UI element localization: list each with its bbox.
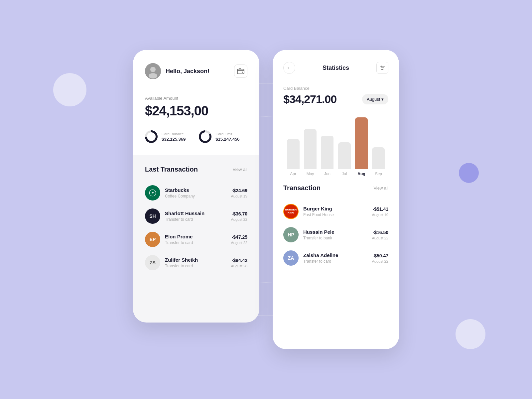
bar-jul (338, 142, 351, 169)
transaction-item: ZA Zaisha Adeline Transfer to card -$50.… (283, 246, 388, 270)
starbucks-name: Starbucks (165, 187, 226, 193)
svg-point-11 (381, 66, 382, 67)
bar-label-jun: Jun (324, 172, 331, 176)
user-info: Hello, Jackson! (145, 63, 209, 79)
sh-date: August 22 (231, 217, 247, 221)
bk-info: Burger King Fast Food House (303, 206, 367, 217)
right-transaction-header: Transaction View all (283, 184, 388, 192)
card-balance-stat: Card Balance $32,125,369 (145, 130, 186, 143)
bg-circle-right-top (459, 163, 479, 183)
back-button[interactable]: ← (283, 62, 295, 74)
left-phone: Hello, Jackson! Available Amount $24,153… (133, 50, 259, 323)
card-balance-info: Card Balance $32,125,369 (162, 132, 186, 142)
bar-label-apr: Apr (290, 172, 296, 176)
stats-header: ← Statistics (283, 62, 388, 74)
filter-button[interactable] (376, 62, 388, 74)
bar-col-jun[interactable]: Jun (319, 136, 336, 176)
card-balance-label: Card Balance (162, 132, 186, 136)
starbucks-logo: ✦ (145, 185, 160, 200)
card-balance-value: $32,125,369 (162, 137, 186, 142)
bar-col-apr[interactable]: Apr (285, 139, 302, 176)
bar-sep (372, 147, 385, 169)
right-phone: ← Statistics Card Balance $34,271.00 (273, 50, 399, 349)
sh-info: Sharlott Hussain Transfer to card (165, 210, 226, 222)
za-amount-col: -$50.47 August 22 (372, 253, 388, 263)
month-selector-button[interactable]: August ▾ (362, 94, 388, 104)
card-limit-value: $15,247,456 (215, 137, 239, 142)
zs-logo: ZS (145, 255, 160, 270)
card-limit-donut (199, 130, 211, 143)
bar-col-sep[interactable]: Sep (370, 147, 387, 176)
bar-chart: AprMayJunJulAugSep (283, 116, 388, 176)
hp-sub: Transfer to bank (303, 236, 367, 240)
sh-amount: -$36.70 (231, 211, 247, 216)
za-amount: -$50.47 (372, 253, 388, 258)
card-limit-stat: Card Limit $15,247,456 (199, 130, 239, 143)
transaction-item: ✦ Starbucks Coffee Company -$24.69 Augus… (145, 181, 247, 204)
svg-text:✦: ✦ (151, 191, 154, 195)
card-limit-label: Card Limit (215, 132, 239, 136)
bar-col-aug[interactable]: Aug (353, 117, 370, 176)
right-phone-inner: ← Statistics Card Balance $34,271.00 (273, 50, 399, 282)
zs-sub: Transfer to card (165, 264, 226, 268)
bar-aug (355, 117, 368, 169)
hp-name: Hussain Pele (303, 229, 367, 235)
transaction-item: HP Hussain Pele Transfer to bank -$16.50… (283, 223, 388, 246)
bg-circle-right-bottom (456, 319, 485, 349)
available-amount: $24,153,00 (145, 103, 247, 118)
bar-jun (321, 136, 333, 169)
bk-date: August 19 (372, 213, 388, 217)
ep-logo: EP (145, 232, 160, 247)
hp-logo: HP (283, 227, 299, 242)
svg-point-1 (150, 67, 156, 72)
bar-may (304, 129, 317, 169)
bar-label-sep: Sep (375, 172, 382, 176)
right-card-balance-value: $34,271.00 (283, 93, 336, 106)
wallet-icon-button[interactable] (234, 65, 247, 78)
starbucks-info: Starbucks Coffee Company (165, 187, 226, 199)
cards-row: Card Balance $32,125,369 Card Limit $15,… (145, 130, 247, 143)
transaction-item: SH Sharlott Hussain Transfer to card -$3… (145, 204, 247, 228)
balance-row: $34,271.00 August ▾ (283, 93, 388, 106)
view-all-button-right[interactable]: View all (373, 186, 388, 191)
zs-name: Zulifer Sheikh (165, 257, 226, 263)
starbucks-sub: Coffee Company (165, 194, 226, 199)
avatar (145, 63, 161, 79)
bk-name: Burger King (303, 206, 367, 211)
sh-name: Sharlott Hussain (165, 210, 226, 216)
za-name: Zaisha Adeline (303, 252, 367, 258)
view-all-button-left[interactable]: View all (232, 167, 247, 172)
transaction-item: BURGERKING Burger King Fast Food House -… (283, 200, 388, 223)
svg-point-4 (242, 72, 243, 73)
available-label: Available Amount (145, 96, 247, 101)
bk-amount: -$51.41 (372, 206, 388, 212)
za-date: August 22 (372, 259, 388, 263)
hp-date: August 22 (372, 236, 388, 240)
left-phone-top: Hello, Jackson! Available Amount $24,153… (133, 50, 259, 155)
right-transaction-section: Transaction View all BURGERKING Burger K… (283, 184, 388, 270)
bar-label-may: May (307, 172, 314, 176)
ep-sub: Transfer to card (165, 240, 226, 245)
right-transaction-title: Transaction (283, 184, 321, 192)
phones-container: Hello, Jackson! Available Amount $24,153… (133, 50, 399, 349)
sh-logo: SH (145, 208, 160, 224)
bar-apr (287, 139, 300, 169)
transaction-item: ZS Zulifer Sheikh Transfer to card -$84.… (145, 251, 247, 274)
za-info: Zaisha Adeline Transfer to card (303, 252, 367, 264)
svg-point-2 (149, 73, 157, 78)
hp-amount-col: -$16.50 August 22 (372, 230, 388, 240)
starbucks-date: August 19 (231, 194, 247, 198)
svg-rect-3 (237, 69, 244, 74)
ep-date: August 22 (231, 241, 247, 245)
hp-info: Hussain Pele Transfer to bank (303, 229, 367, 240)
za-sub: Transfer to card (303, 259, 367, 264)
bar-col-jul[interactable]: Jul (336, 142, 353, 176)
sh-sub: Transfer to card (165, 217, 226, 222)
last-transaction-header: Last Transaction View all (145, 166, 247, 173)
greeting-text: Hello, Jackson! (166, 68, 209, 75)
zs-date: August 28 (231, 264, 247, 268)
bk-amount-col: -$51.41 August 19 (372, 206, 388, 217)
bar-label-jul: Jul (342, 172, 347, 176)
transaction-item: EP Elon Prome Transfer to card -$47.25 A… (145, 228, 247, 251)
bar-col-may[interactable]: May (302, 129, 319, 176)
